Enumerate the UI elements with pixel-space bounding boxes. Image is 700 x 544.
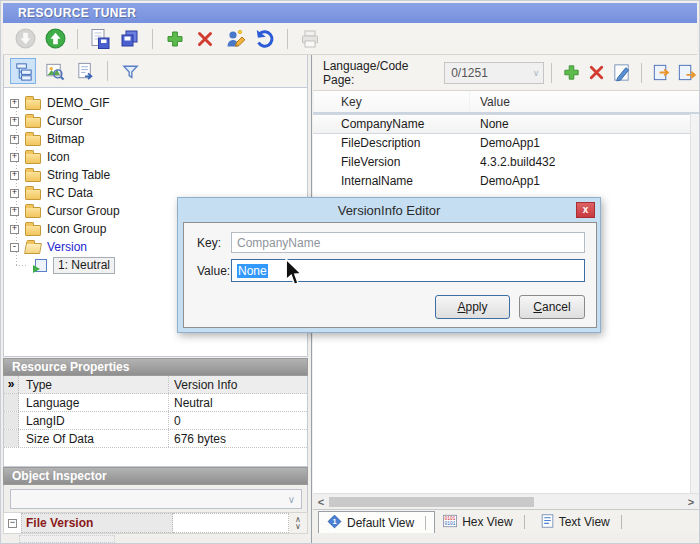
delete-icon[interactable] [584,61,609,85]
key-field[interactable]: CompanyName [231,232,585,253]
object-inspector-combo[interactable]: ∨ [10,489,302,509]
toolbar-separator [287,29,288,49]
tab-separator [524,515,525,529]
table-row[interactable]: CompanyName None [313,114,699,134]
edit-item-icon[interactable] [609,61,634,85]
file-version-value[interactable] [173,513,289,533]
export-doc-icon[interactable] [72,58,98,84]
row-key: FileVersion [313,153,470,172]
view-tab[interactable]: 01010101 Hex View [435,511,532,533]
tree-item[interactable]: + DEMO_GIF [4,94,307,112]
add-icon[interactable] [559,61,584,85]
key-row: Key: CompanyName [184,232,596,253]
tree-expander[interactable]: + [10,99,19,108]
object-inspector-title: Object Inspector [12,469,107,483]
resource-properties-grid: » Type Version Info Language Neutral Lan… [3,376,308,467]
cancel-button[interactable]: Cancel [519,295,585,319]
tree-expander[interactable]: + [10,153,19,162]
tree-expander[interactable]: + [10,117,19,126]
tree-item[interactable]: + Cursor [4,112,307,130]
tree-expander[interactable]: + [10,207,19,216]
dialog-titlebar[interactable]: VersionInfo Editor [178,198,600,222]
key-label: Key: [184,236,231,250]
file-version-spinner[interactable]: ∧ ∨ [289,513,307,533]
column-header-value[interactable]: Value [470,91,699,112]
table-row[interactable]: FileDescription DemoApp1 [313,134,699,153]
view-tab[interactable]: Text View [533,511,630,533]
tree-item[interactable]: + Bitmap [4,130,307,148]
tree-expander[interactable]: + [10,225,19,234]
add-icon[interactable] [163,27,187,51]
print-icon[interactable] [298,27,322,51]
dialog-close-button[interactable]: x [576,202,595,218]
dialog-body: Key: CompanyName Value: None Apply Cance… [183,222,597,328]
apply-button[interactable]: Apply [435,295,510,319]
file-version-expander[interactable]: − [8,519,17,528]
chevron-down-icon: ∨ [288,494,295,505]
property-row[interactable]: Language Neutral [4,394,307,412]
tree-item-icon [25,153,41,164]
image-preview-icon[interactable] [41,58,67,84]
tree-view-icon[interactable] [10,58,36,84]
export-item-icon[interactable] [674,61,699,85]
upload-circle-icon[interactable] [43,27,67,51]
property-value: Version Info [169,376,307,393]
tree-expander[interactable]: + [10,189,19,198]
tree-item-icon [25,207,41,218]
row-value: 4.3.2.build432 [470,153,699,172]
tree-toolbar [3,55,308,88]
column-header-key[interactable]: Key [313,91,470,112]
table-rows: CompanyName None FileDescription DemoApp… [313,114,699,191]
close-icon: x [583,205,589,215]
save-file-icon[interactable] [88,27,112,51]
tree-expander[interactable]: + [10,171,19,180]
scroll-right-icon[interactable]: > [683,496,699,508]
property-row[interactable]: LangID 0 [4,412,307,430]
property-row[interactable]: Size Of Data 676 bytes [4,430,307,448]
scroll-left-icon[interactable]: < [313,496,329,508]
property-marker: » [4,376,19,393]
versioninfo-editor-dialog: VersionInfo Editor x Key: CompanyName Va… [177,197,601,333]
main-toolbar [3,23,697,55]
table-row[interactable]: InternalName DemoApp1 [313,172,699,191]
resource-properties-header: Resource Properties [3,358,308,376]
tree-item-icon [35,259,47,272]
property-name: LangID [19,412,169,429]
toolbar-separator [551,63,552,83]
next-property-partial-row [19,535,115,543]
filter-icon[interactable] [117,58,143,84]
tree-expander[interactable]: + [10,135,19,144]
file-version-row[interactable]: − File Version ∧ ∨ [3,512,308,534]
save-all-icon[interactable] [118,27,142,51]
tree-item-icon [25,189,41,200]
download-circle-icon[interactable] [13,27,37,51]
row-value: DemoApp1 [470,172,699,191]
vertical-scrollbar[interactable] [690,114,699,493]
edit-resource-icon[interactable] [223,27,247,51]
tree-expander[interactable]: - [10,243,19,252]
property-row[interactable]: » Type Version Info [4,376,307,394]
row-key: FileDescription [313,134,470,153]
table-row[interactable]: FileVersion 4.3.2.build432 [313,153,699,172]
chevron-down-icon: ∨ [533,68,540,78]
tab-label: Hex View [462,515,512,529]
value-field-selected-text: None [237,264,268,278]
tree-item[interactable]: + Icon [4,148,307,166]
property-value: Neutral [169,394,307,411]
undo-icon[interactable] [253,27,277,51]
tree-item-label: Cursor Group [47,204,120,218]
tree-item[interactable]: + String Table [4,166,307,184]
language-code-page-combo[interactable]: 0/1251 ∨ [444,62,544,84]
scrollbar-thumb[interactable] [329,497,534,507]
delete-icon[interactable] [193,27,217,51]
tab-label: Text View [559,515,610,529]
tree-item-label: Cursor [47,114,83,128]
right-toolbar: Language/Code Page: 0/1251 ∨ [313,55,699,91]
view-tab[interactable]: 1 Default View [318,511,435,534]
horizontal-scrollbar[interactable]: < > [313,493,699,509]
tree-item-label: Icon Group [47,222,106,236]
spin-down-icon[interactable]: ∨ [295,523,301,530]
row-value: None [470,115,699,133]
property-name: Type [19,376,169,393]
import-item-icon[interactable] [649,61,674,85]
